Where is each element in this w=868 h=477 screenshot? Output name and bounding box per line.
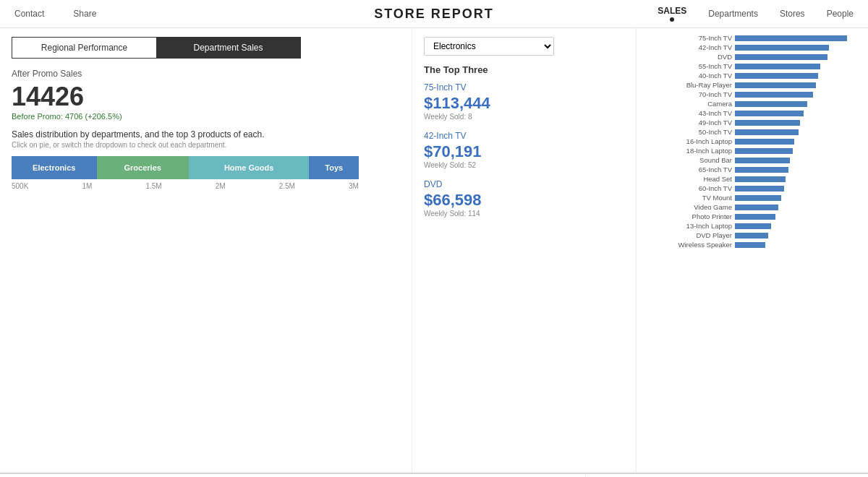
tab-regional-performance[interactable]: Regional Performance <box>12 38 156 58</box>
nav-share[interactable]: Share <box>73 9 96 19</box>
bar-chart-row: Wireless Speaker <box>645 241 859 249</box>
bar-chart-row: DVD <box>645 53 859 61</box>
bar-fill <box>735 223 771 229</box>
bar-chart-row: 60-Inch TV <box>645 184 859 192</box>
distribution-subtitle: Click on pie, or switch the dropdown to … <box>12 141 400 149</box>
bar-fill <box>735 111 804 116</box>
bar-chart-row: Head Set <box>645 175 859 183</box>
dept-homegoods[interactable]: Home Goods <box>189 156 310 179</box>
dept-groceries[interactable]: Groceries <box>97 156 189 179</box>
bar-label: 16-Inch Laptop <box>645 137 732 145</box>
bottom-section: PRODUCT INVENTORY (All) Electronics Groc… <box>0 473 868 477</box>
bar-fill <box>735 205 778 210</box>
bar-chart-row: 49-Inch TV <box>645 119 859 126</box>
bar-label: 49-Inch TV <box>645 119 732 126</box>
bar-fill <box>735 73 818 79</box>
bar-label: DVD <box>645 53 732 61</box>
bar-fill <box>735 176 786 182</box>
bar-fill <box>735 242 765 248</box>
product-3-weekly: Weekly Sold: 114 <box>424 210 624 218</box>
bar-fill <box>735 82 816 88</box>
bar-fill <box>735 54 827 60</box>
bar-label: 75-Inch TV <box>645 34 732 42</box>
bar-fill <box>735 35 847 41</box>
inventory-panel: PRODUCT INVENTORY (All) Electronics Groc… <box>0 474 586 477</box>
dept-toys[interactable]: Toys <box>309 156 359 179</box>
bar-chart-row: 55-Inch TV <box>645 62 859 70</box>
bar-fill <box>735 129 799 135</box>
nav-contact[interactable]: Contact <box>14 9 44 19</box>
tab-group: Regional Performance Department Sales <box>12 37 301 59</box>
bar-fill <box>735 92 813 98</box>
bar-label: TV Mount <box>645 194 732 202</box>
bar-chart-row: 18-Inch Laptop <box>645 147 859 155</box>
header: Contact Share STORE REPORT SALES Departm… <box>0 0 868 28</box>
bar-fill <box>735 101 807 107</box>
top-three-title: The Top Three <box>424 64 624 75</box>
sales-ytd-panel: SALES (YTD) Maximum: $880,527 <box>586 474 868 477</box>
nav-sales[interactable]: SALES <box>658 6 686 22</box>
bar-chart-row: 50-Inch TV <box>645 128 859 136</box>
nav-left: Contact Share <box>14 9 96 19</box>
bar-label: 70-Inch TV <box>645 90 732 98</box>
bar-fill <box>735 214 775 220</box>
bar-label: 13-Inch Laptop <box>645 222 732 230</box>
top-section: Regional Performance Department Sales Af… <box>0 28 868 473</box>
center-panel: Electronics Groceries Home Goods Toys Th… <box>412 28 637 473</box>
product-1-weekly: Weekly Sold: 8 <box>424 113 624 121</box>
product-3-price: $66,598 <box>424 191 624 210</box>
product-2-weekly: Weekly Sold: 52 <box>424 161 624 169</box>
nav-people[interactable]: People <box>827 9 854 19</box>
bar-label: Photo Printer <box>645 212 732 220</box>
bar-fill <box>735 195 781 201</box>
bar-chart-row: TV Mount <box>645 194 859 202</box>
bar-fill <box>735 186 784 192</box>
product-1-price: $113,444 <box>424 94 624 113</box>
bar-label: 65-Inch TV <box>645 166 732 173</box>
bar-fill <box>735 148 793 154</box>
bar-chart-row: Photo Printer <box>645 212 859 220</box>
nav-right: SALES Departments Stores People <box>658 6 854 22</box>
bar-label: Head Set <box>645 175 732 183</box>
bar-chart-row: 16-Inch Laptop <box>645 137 859 145</box>
right-panel: 75-Inch TV42-Inch TVDVD55-Inch TV40-Inch… <box>637 28 868 473</box>
bar-chart-row: 43-Inch TV <box>645 109 859 117</box>
bar-fill <box>735 64 820 69</box>
promo-before: Before Promo: 4706 (+206.5%) <box>12 112 400 121</box>
bar-chart-row: 40-Inch TV <box>645 72 859 80</box>
top-product-3: DVD $66,598 Weekly Sold: 114 <box>424 179 624 218</box>
bar-label: 40-Inch TV <box>645 72 732 80</box>
nav-stores[interactable]: Stores <box>780 9 805 19</box>
bar-chart-row: 65-Inch TV <box>645 166 859 173</box>
bar-chart: 75-Inch TV42-Inch TVDVD55-Inch TV40-Inch… <box>645 34 859 249</box>
bar-label: Camera <box>645 100 732 108</box>
bar-label: DVD Player <box>645 231 732 239</box>
bar-chart-row: Sound Bar <box>645 156 859 164</box>
bar-label: 42-Inch TV <box>645 43 732 51</box>
bar-label: Wireless Speaker <box>645 241 732 249</box>
left-panel: Regional Performance Department Sales Af… <box>0 28 412 473</box>
product-2-price: $70,191 <box>424 142 624 161</box>
distribution-title: Sales distribution by departments, and t… <box>12 129 400 139</box>
product-2-name: 42-Inch TV <box>424 131 624 141</box>
bar-chart-row: Camera <box>645 100 859 108</box>
bar-fill <box>735 233 768 239</box>
product-3-name: DVD <box>424 179 624 189</box>
active-indicator <box>670 17 674 22</box>
dept-select[interactable]: Electronics Groceries Home Goods Toys <box>424 37 554 56</box>
bar-label: 18-Inch Laptop <box>645 147 732 155</box>
dept-bar-container: Electronics Groceries Home Goods Toys <box>12 156 359 179</box>
bar-chart-row: 70-Inch TV <box>645 90 859 98</box>
bar-chart-row: 42-Inch TV <box>645 43 859 51</box>
top-product-2: 42-Inch TV $70,191 Weekly Sold: 52 <box>424 131 624 169</box>
promo-label: After Promo Sales <box>12 69 400 79</box>
bar-label: Sound Bar <box>645 156 732 164</box>
bar-label: Video Game <box>645 203 732 211</box>
dept-electronics[interactable]: Electronics <box>12 156 97 179</box>
bar-fill <box>735 120 800 126</box>
tab-department-sales[interactable]: Department Sales <box>156 38 300 58</box>
bar-fill <box>735 158 790 163</box>
top-product-1: 75-Inch TV $113,444 Weekly Sold: 8 <box>424 82 624 121</box>
bar-chart-row: DVD Player <box>645 231 859 239</box>
nav-departments[interactable]: Departments <box>708 9 758 19</box>
